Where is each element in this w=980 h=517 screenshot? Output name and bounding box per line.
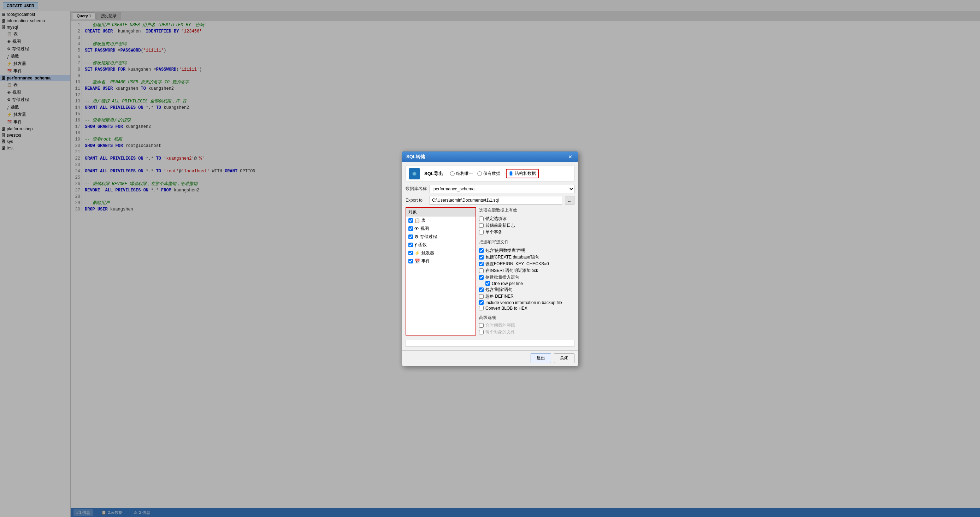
svg-point-1 xyxy=(413,172,416,175)
radio-input-structure_only[interactable] xyxy=(450,171,455,176)
write-option-忽略 DEFINER[interactable]: 忽略 DEFINER xyxy=(479,293,574,300)
write-option-包含'删除'语句[interactable]: 包含'删除'语句 xyxy=(479,286,574,293)
source-options: 锁定选项读转储前刷新日志单个事务 xyxy=(479,216,574,236)
object-checkbox-视图[interactable] xyxy=(408,226,413,231)
write-option-label: 创建批量插入语句 xyxy=(485,274,519,281)
source-option-锁定选项读[interactable]: 锁定选项读 xyxy=(479,216,574,222)
write-checkbox[interactable] xyxy=(479,248,484,253)
db-name-row: 数据库名称 performance_schema xyxy=(406,185,574,193)
object-icon-函数: ƒ xyxy=(414,242,417,247)
object-label-触发器: 触发器 xyxy=(422,250,434,256)
write-option-label: 包含'使用数据库'声明 xyxy=(485,247,525,254)
object-label-视图: 视图 xyxy=(420,226,429,232)
object-checkbox-存储过程[interactable] xyxy=(408,235,413,239)
objects-header: 对象 xyxy=(406,208,476,216)
write-checkbox[interactable] xyxy=(479,255,484,260)
sql-export-label: SQL导出 xyxy=(424,171,443,177)
object-icon-视图: 👁 xyxy=(414,226,419,231)
export-path-input[interactable] xyxy=(430,196,562,205)
write-option-创建批量插入语句[interactable]: 创建批量插入语句 xyxy=(479,274,574,281)
advanced-section: 高级选项 合时间戳的脚踪每个对象的文件 xyxy=(479,315,574,336)
sql-dump-dialog: SQL转储 ✕ SQL导出 结构唯一仅有数据 结构和数据 xyxy=(402,151,578,366)
source-option-转储前刷新日志[interactable]: 转储前刷新日志 xyxy=(479,222,574,229)
write-option-包含'使用数据库'声[interactable]: 包含'使用数据库'声明 xyxy=(479,247,574,254)
object-item-存储过程[interactable]: ⚙存储过程 xyxy=(406,233,476,241)
export-to-label: Export to xyxy=(406,198,427,203)
write-checkbox[interactable] xyxy=(479,275,484,280)
write-option-label: 在INSERT语句明近添加lock xyxy=(485,268,538,274)
advanced-checkbox[interactable] xyxy=(479,330,484,335)
radio-option-data_only[interactable]: 仅有数据 xyxy=(477,171,500,176)
dialog-body: SQL导出 结构唯一仅有数据 结构和数据 数据库名称 performance_s… xyxy=(402,162,578,350)
structure-data-option[interactable]: 结构和数据 xyxy=(506,169,539,178)
export-path-row: Export to ... xyxy=(406,196,574,205)
write-checkbox[interactable] xyxy=(479,287,484,292)
radio-group: 结构唯一仅有数据 xyxy=(450,171,500,176)
write-checkbox[interactable] xyxy=(479,294,484,299)
advanced-option-每个对象的文件[interactable]: 每个对象的文件 xyxy=(479,329,574,336)
write-option-label: Convert BLOB to HEX xyxy=(485,306,527,311)
advanced-option-合时间戳的脚踪[interactable]: 合时间戳的脚踪 xyxy=(479,322,574,329)
write-option-包括'CREATE [interactable]: 包括'CREATE database'语句 xyxy=(479,254,574,261)
radio-label-structure_only: 结构唯一 xyxy=(456,171,473,176)
source-option-label: 锁定选项读 xyxy=(485,216,507,222)
object-icon-表: 📋 xyxy=(414,218,420,223)
write-option-label: 包含'删除'语句 xyxy=(485,287,512,293)
write-option-设置FOREIGN_[interactable]: 设置FOREIGN_KEY_CHECKS=0 xyxy=(479,261,574,267)
object-item-视图[interactable]: 👁视图 xyxy=(406,225,476,233)
structure-data-radio[interactable] xyxy=(509,171,513,176)
write-option-label: 包括'CREATE database'语句 xyxy=(485,254,539,260)
object-checkbox-表[interactable] xyxy=(408,218,413,223)
options-panel: 选项在源数据上有效 锁定选项读转储前刷新日志单个事务 把选项写进文件 包含'使用… xyxy=(479,207,574,336)
write-options-title: 把选项写进文件 xyxy=(479,239,574,245)
export-button[interactable]: 显出 xyxy=(531,354,551,363)
write-option-label: Include version information in backup fi… xyxy=(485,300,562,305)
radio-input-data_only[interactable] xyxy=(477,171,482,176)
source-checkbox[interactable] xyxy=(479,230,484,235)
object-checkbox-函数[interactable] xyxy=(408,243,413,247)
object-label-存储过程: 存储过程 xyxy=(420,234,437,240)
panels-row: 对象 📋表👁视图⚙存储过程ƒ函数⚡触发器📅事件 选项在源数据上有效 锁定选项读转… xyxy=(406,207,574,336)
close-button[interactable]: 关闭 xyxy=(554,354,574,363)
objects-panel: 对象 📋表👁视图⚙存储过程ƒ函数⚡触发器📅事件 xyxy=(406,207,476,336)
write-checkbox[interactable] xyxy=(485,281,490,286)
objects-list: 📋表👁视图⚙存储过程ƒ函数⚡触发器📅事件 xyxy=(406,216,476,265)
object-item-事件[interactable]: 📅事件 xyxy=(406,257,476,265)
db-select[interactable]: performance_schema xyxy=(430,185,574,193)
app-logo xyxy=(409,168,420,179)
browse-button[interactable]: ... xyxy=(565,196,574,205)
dialog-close-button[interactable]: ✕ xyxy=(567,154,574,160)
write-checkbox[interactable] xyxy=(479,300,484,305)
radio-option-structure_only[interactable]: 结构唯一 xyxy=(450,171,473,176)
dialog-toolbar: SQL导出 结构唯一仅有数据 结构和数据 xyxy=(406,166,574,182)
source-checkbox[interactable] xyxy=(479,216,484,221)
write-option-Convert BL[interactable]: Convert BLOB to HEX xyxy=(479,306,574,311)
advanced-option-label: 合时间戳的脚踪 xyxy=(485,322,515,328)
write-checkbox[interactable] xyxy=(479,262,484,266)
write-option-label: One row per line xyxy=(492,281,523,286)
object-item-表[interactable]: 📋表 xyxy=(406,216,476,225)
write-option-One row pe[interactable]: One row per line xyxy=(479,281,574,286)
advanced-option-label: 每个对象的文件 xyxy=(485,329,515,335)
write-checkbox[interactable] xyxy=(479,306,484,311)
source-option-单个事务[interactable]: 单个事务 xyxy=(479,229,574,236)
structure-data-label: 结构和数据 xyxy=(515,171,536,176)
write-option-label: 忽略 DEFINER xyxy=(485,293,514,300)
source-option-label: 转储前刷新日志 xyxy=(485,222,515,228)
source-checkbox[interactable] xyxy=(479,223,484,228)
object-checkbox-事件[interactable] xyxy=(408,259,413,263)
write-option-在INSERT语句明[interactable]: 在INSERT语句明近添加lock xyxy=(479,267,574,274)
object-label-表: 表 xyxy=(422,217,426,224)
write-checkbox[interactable] xyxy=(479,268,484,273)
object-checkbox-触发器[interactable] xyxy=(408,251,413,255)
object-item-触发器[interactable]: ⚡触发器 xyxy=(406,249,476,257)
modal-overlay: SQL转储 ✕ SQL导出 结构唯一仅有数据 结构和数据 xyxy=(0,0,980,517)
advanced-title: 高级选项 xyxy=(479,315,574,320)
write-option-Include ve[interactable]: Include version information in backup fi… xyxy=(479,300,574,306)
dialog-footer: 显出 关闭 xyxy=(402,350,578,366)
advanced-checkbox[interactable] xyxy=(479,323,484,328)
object-item-函数[interactable]: ƒ函数 xyxy=(406,241,476,249)
db-name-label: 数据库名称 xyxy=(406,186,427,192)
object-icon-触发器: ⚡ xyxy=(414,251,420,256)
advanced-options: 合时间戳的脚踪每个对象的文件 xyxy=(479,322,574,336)
